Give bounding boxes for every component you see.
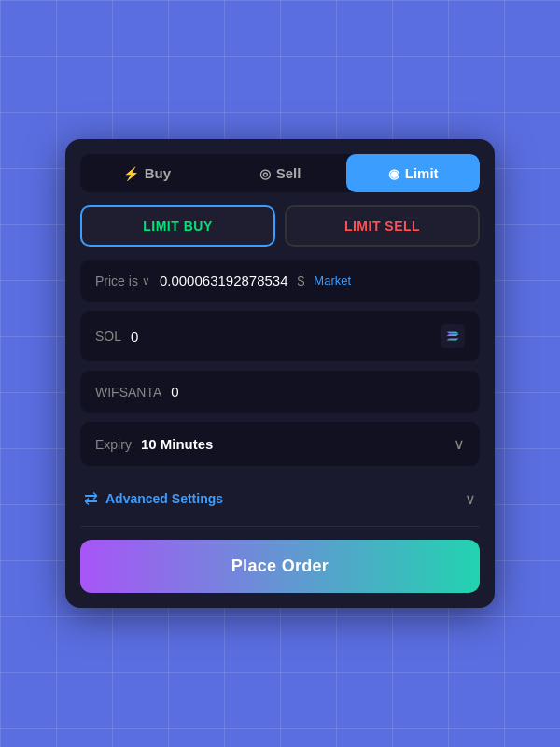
solana-icon — [441, 324, 465, 348]
limit-sell-button[interactable]: LIMIT SELL — [285, 205, 480, 247]
tab-limit-label: Limit — [405, 165, 439, 181]
expiry-label: Expiry — [95, 437, 132, 452]
limit-icon: ◉ — [388, 166, 399, 181]
price-chevron-icon[interactable]: ∨ — [142, 275, 150, 288]
advanced-settings-icon: ⇄ — [84, 488, 98, 509]
tab-buy[interactable]: ⚡ Buy — [80, 154, 214, 192]
price-label: Price is ∨ — [95, 274, 150, 289]
limit-buy-button[interactable]: LIMIT BUY — [80, 205, 275, 247]
sol-input[interactable] — [131, 329, 431, 345]
advanced-settings-label: Advanced Settings — [105, 491, 465, 506]
sol-label: SOL — [95, 329, 121, 344]
trading-card: ⚡ Buy ◎ Sell ◉ Limit LIMIT BUY LIMIT SEL… — [65, 139, 495, 608]
market-link[interactable]: Market — [314, 274, 351, 288]
place-order-button[interactable]: Place Order — [80, 540, 480, 593]
expiry-row[interactable]: Expiry 10 Minutes ∨ — [80, 422, 480, 466]
order-type-row: LIMIT BUY LIMIT SELL — [80, 205, 480, 247]
price-value[interactable]: 0.000063192878534 — [160, 273, 288, 289]
price-currency: $ — [298, 274, 305, 289]
sell-icon: ◎ — [259, 166, 271, 181]
tab-bar: ⚡ Buy ◎ Sell ◉ Limit — [80, 154, 480, 192]
buy-icon: ⚡ — [123, 166, 139, 181]
tab-sell-label: Sell — [276, 165, 301, 181]
tab-buy-label: Buy — [145, 165, 171, 181]
sol-row: SOL — [80, 311, 480, 361]
advanced-settings-row[interactable]: ⇄ Advanced Settings ∨ — [80, 475, 480, 522]
wifsanta-input[interactable] — [171, 384, 465, 400]
wifsanta-label: WIFSANTA — [95, 385, 161, 400]
wifsanta-row: WIFSANTA — [80, 371, 480, 413]
tab-limit[interactable]: ◉ Limit — [346, 154, 480, 192]
advanced-chevron-icon: ∨ — [465, 490, 476, 508]
tab-sell[interactable]: ◎ Sell — [214, 154, 347, 192]
expiry-value: 10 Minutes — [141, 436, 444, 452]
price-row: Price is ∨ 0.000063192878534 $ Market — [80, 260, 480, 302]
expiry-chevron-icon: ∨ — [454, 435, 465, 453]
divider — [80, 526, 480, 527]
